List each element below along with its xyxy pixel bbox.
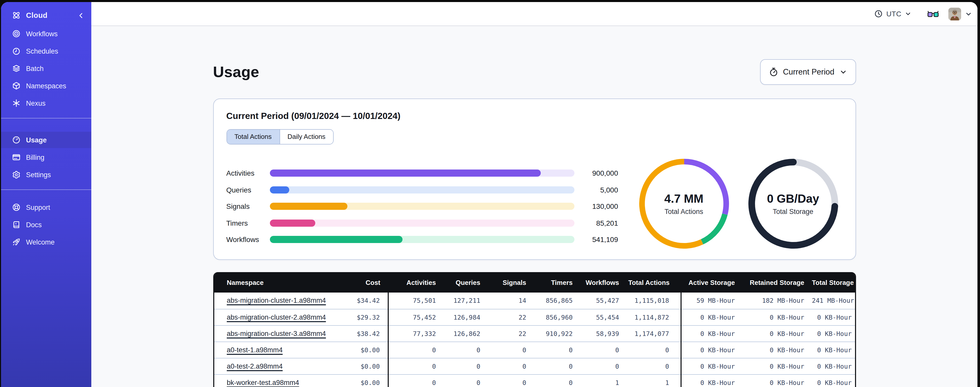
sidebar-item-label: Namespaces (26, 82, 66, 90)
bar-track-0 (270, 170, 574, 177)
schedules-icon (12, 47, 21, 55)
bar-label: Workflows (226, 235, 270, 243)
cloud-logo-icon (12, 11, 21, 20)
cell-retained-storage: 0 KB-Hour (743, 342, 812, 358)
namespace-link[interactable]: abs-migration-cluster-3.a98mm4 (227, 329, 326, 337)
total-actions-value: 4.7 MM (664, 192, 703, 206)
cell-workflows: 0 (580, 358, 627, 374)
sidebar-item-usage[interactable]: Usage (1, 132, 91, 148)
cell-retained-storage: 182 MB-Hour (743, 293, 812, 309)
sidebar-item-label: Nexus (26, 99, 46, 107)
cell-timers: 856,960 (534, 309, 580, 325)
sidebar-item-settings[interactable]: Settings (1, 166, 91, 183)
namespace-link[interactable]: abs-migration-cluster-1.a98mm4 (227, 297, 326, 305)
bar-row-timers: Timers 85,201 (226, 219, 618, 226)
cell-retained-storage: 0 KB-Hour (743, 358, 812, 374)
cell-signals: 0 (488, 342, 534, 358)
sidebar-item-label: Docs (26, 221, 42, 229)
bar-label: Timers (226, 219, 270, 227)
namespaces-icon (12, 82, 21, 90)
total-actions-label: Total Actions (665, 208, 703, 216)
cell-queries: 126,862 (444, 325, 488, 342)
cell-total-actions: 1 (627, 374, 681, 387)
cell-total-actions: 0 (627, 358, 681, 374)
cell-total-storage: 0 KB-Hour (812, 309, 855, 325)
cell-workflows: 58,939 (580, 325, 627, 342)
tab-total-actions[interactable]: Total Actions (227, 130, 279, 144)
sidebar-item-billing[interactable]: Billing (1, 149, 91, 166)
bar-track-4 (270, 236, 574, 243)
timezone-selector[interactable]: UTC (872, 8, 914, 20)
cell-total-storage: 0 KB-Hour (812, 342, 855, 358)
cell-queries: 0 (444, 358, 488, 374)
main-content: Usage Current Period Current Period (09/… (91, 26, 977, 387)
bar-fill-4 (270, 236, 402, 243)
cell-signals: 0 (488, 374, 534, 387)
cell-retained-storage: 0 KB-Hour (743, 309, 812, 325)
billing-icon (12, 153, 21, 162)
col-header-namespace: Namespace (214, 272, 346, 293)
welcome-rocket-icon (12, 238, 21, 246)
cell-total-storage: 0 KB-Hour (812, 325, 855, 342)
cell-signals: 14 (488, 293, 534, 309)
sidebar-item-label: Support (26, 203, 50, 211)
cell-cost: $0.00 (346, 374, 388, 387)
docs-icon (12, 221, 21, 229)
bar-value: 130,000 (574, 202, 618, 210)
cell-total-storage: 241 MB-Hour (812, 293, 855, 309)
sidebar-collapse-button[interactable] (78, 12, 84, 19)
cell-signals: 0 (488, 358, 534, 374)
table-row: abs-migration-cluster-1.a98mm4 $34.42 75… (214, 293, 855, 309)
sidebar-item-label: Billing (26, 154, 45, 161)
bar-row-signals: Signals 130,000 (226, 203, 618, 210)
sidebar-item-batch[interactable]: Batch (1, 60, 91, 77)
account-menu-chevron-icon[interactable] (965, 10, 972, 17)
cell-activities: 75,452 (388, 309, 444, 325)
sidebar-item-label: Usage (26, 136, 47, 144)
cell-active-storage: 0 KB-Hour (681, 358, 743, 374)
col-header-retained-storage: Retained Storage (743, 272, 812, 293)
namespace-link[interactable]: a0-test-1.a98mm4 (227, 346, 283, 353)
actions-bar-chart: Activities 900,000 Queries 5,000 Signals (226, 170, 618, 253)
bar-row-workflows: Workflows 541,109 (226, 236, 618, 243)
table-header-row: Namespace Cost Activities Queries Signal… (214, 272, 855, 293)
chevron-down-icon (905, 11, 911, 17)
actions-tabs: Total Actions Daily Actions (226, 129, 334, 144)
sidebar-item-docs[interactable]: Docs (1, 216, 91, 233)
cell-activities: 75,501 (388, 293, 444, 309)
namespace-link[interactable]: a0-test-2.a98mm4 (227, 362, 283, 370)
period-selector-label: Current Period (783, 67, 834, 77)
table-row: abs-migration-cluster-2.a98mm4 $29.32 75… (214, 309, 855, 325)
bar-row-queries: Queries 5,000 (226, 186, 618, 193)
sidebar-item-nexus[interactable]: Nexus (1, 94, 91, 112)
cell-timers: 0 (534, 358, 580, 374)
cell-active-storage: 0 KB-Hour (681, 325, 743, 342)
sidebar-item-namespaces[interactable]: Namespaces (1, 77, 91, 94)
col-header-queries: Queries (444, 272, 488, 293)
cell-retained-storage: 0 KB-Hour (743, 374, 812, 387)
workflows-icon (12, 30, 21, 38)
sidebar-item-support[interactable]: Support (1, 198, 91, 216)
cell-active-storage: 0 KB-Hour (681, 342, 743, 358)
sidebar-item-schedules[interactable]: Schedules (1, 42, 91, 60)
namespace-link[interactable]: bk-worker-test.a98mm4 (227, 379, 299, 386)
sidebar-item-welcome[interactable]: Welcome (1, 233, 91, 251)
namespace-link[interactable]: abs-migration-cluster-2.a98mm4 (227, 313, 326, 321)
period-selector-button[interactable]: Current Period (760, 59, 856, 85)
table-row: bk-worker-test.a98mm4 $0.00 0 0 0 0 1 1 … (214, 374, 855, 387)
bar-fill-2 (270, 203, 348, 210)
cell-retained-storage: 0 KB-Hour (743, 325, 812, 342)
cell-queries: 0 (444, 374, 488, 387)
table-row: a0-test-1.a98mm4 $0.00 0 0 0 0 0 0 0 KB-… (214, 342, 855, 358)
sidebar-item-label: Welcome (26, 238, 54, 246)
glasses-icon[interactable] (928, 10, 939, 18)
tab-daily-actions[interactable]: Daily Actions (279, 130, 333, 144)
cell-cost: $38.42 (346, 325, 388, 342)
cell-total-actions: 1,114,872 (627, 309, 681, 325)
avatar[interactable] (948, 7, 961, 20)
timezone-label: UTC (886, 10, 901, 18)
cell-active-storage: 0 KB-Hour (681, 309, 743, 325)
cell-timers: 0 (534, 374, 580, 387)
sidebar-item-workflows[interactable]: Workflows (1, 25, 91, 42)
total-actions-donut: 4.7 MM Total Actions (639, 159, 729, 249)
